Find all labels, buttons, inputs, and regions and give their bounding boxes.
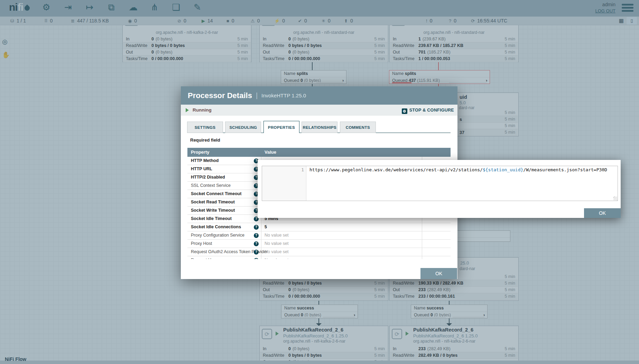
property-name: Socket Connect Timeout xyxy=(191,190,241,198)
required-field-label: Required field xyxy=(190,137,220,143)
value-editor-popup: 1 https://www.pegelonline.wsv.de/webserv… xyxy=(258,160,621,218)
property-name: SSL Context Service xyxy=(191,182,231,190)
property-name: HTTP Method xyxy=(191,157,219,165)
property-value[interactable]: No value set xyxy=(265,231,288,239)
help-icon[interactable]: ? xyxy=(254,258,259,259)
property-name: Socket Idle Connections xyxy=(191,223,241,231)
properties-table-header: Property Value xyxy=(187,148,451,157)
tab-relationships[interactable]: RELATIONSHIPS xyxy=(302,122,337,133)
nifi-app: org.apache.nifi - nifi-kafka-2-6-nar In0… xyxy=(0,0,639,364)
tab-settings[interactable]: SETTINGS xyxy=(187,122,223,133)
running-status-label: Running xyxy=(193,107,212,113)
help-icon[interactable]: ? xyxy=(254,233,259,238)
resize-handle-icon[interactable] xyxy=(613,197,617,200)
dialog-title-separator: | xyxy=(256,92,258,99)
help-icon[interactable]: ? xyxy=(254,250,259,255)
help-icon[interactable]: ? xyxy=(254,225,259,230)
editor-gutter: 1 xyxy=(262,166,306,201)
property-row[interactable]: Proxy Host?No value set xyxy=(187,240,451,248)
running-status-icon xyxy=(186,108,189,112)
property-value[interactable]: No value set xyxy=(265,240,288,248)
url-expression-variable: ${station_uuid} xyxy=(483,167,523,172)
dialog-header: Processor Details | InvokeHTTP 1.25.0 xyxy=(181,86,457,105)
property-row[interactable]: Request OAuth2 Access Token Provider?No … xyxy=(187,248,451,256)
property-name: HTTP URL xyxy=(191,165,212,173)
tab-scheduling[interactable]: SCHEDULING xyxy=(225,122,261,133)
property-name: Proxy Host xyxy=(191,240,212,248)
url-value-text[interactable]: https://www.pegelonline.wsv.de/webservic… xyxy=(309,167,607,172)
tab-properties[interactable]: PROPERTIES xyxy=(263,121,299,133)
line-number: 1 xyxy=(301,167,304,172)
url-static: https://www.pegelonline.wsv.de/webservic… xyxy=(309,167,483,172)
tab-comments[interactable]: COMMENTS xyxy=(340,122,376,133)
dialog-ok-button[interactable]: OK xyxy=(420,268,457,279)
dialog-subtitle: InvokeHTTP 1.25.0 xyxy=(261,93,306,98)
property-row[interactable]: Request Username?No value set xyxy=(187,256,451,259)
property-name: Request Username xyxy=(191,256,228,259)
property-value[interactable]: No value set xyxy=(265,256,288,259)
dialog-title: Processor Details xyxy=(188,91,252,100)
property-name: HTTP/2 Disabled xyxy=(191,173,225,181)
property-row[interactable]: Proxy Configuration Service?No value set xyxy=(187,231,451,240)
property-name: Socket Idle Timeout xyxy=(191,215,232,223)
property-name: Proxy Configuration Service xyxy=(191,231,244,239)
url-static: /W/measurements.json?start=P30D xyxy=(523,167,607,172)
dialog-tabs: SETTINGS SCHEDULING PROPERTIES RELATIONS… xyxy=(187,121,377,133)
help-icon[interactable]: ? xyxy=(254,241,259,246)
property-value[interactable]: 5 xyxy=(265,223,267,231)
property-value[interactable]: No value set xyxy=(265,248,288,256)
stop-configure-icon: ⚙ xyxy=(402,108,407,114)
column-property: Property xyxy=(191,148,209,157)
property-row[interactable]: Socket Idle Connections?5 xyxy=(187,223,451,231)
editor-ok-button[interactable]: OK xyxy=(584,208,621,218)
property-name: Socket Write Timeout xyxy=(191,207,235,214)
property-name: Socket Read Timeout xyxy=(191,198,235,206)
stop-and-configure-button[interactable]: ⚙STOP & CONFIGURE xyxy=(402,107,454,113)
value-editor[interactable]: 1 https://www.pegelonline.wsv.de/webserv… xyxy=(262,166,618,201)
column-value: Value xyxy=(265,148,276,157)
dialog-status-row: Running ⚙STOP & CONFIGURE xyxy=(181,105,457,116)
